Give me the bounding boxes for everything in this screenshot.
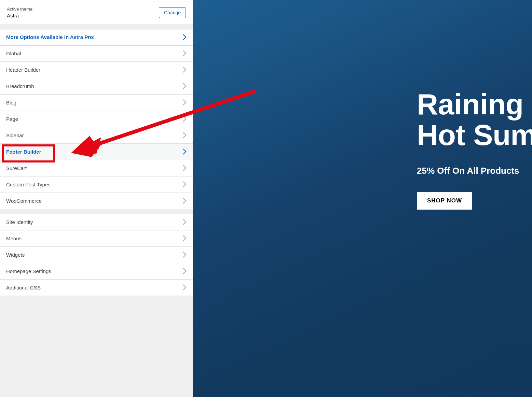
menu-item-blog[interactable]: Blog xyxy=(0,95,193,111)
chevron-right-icon xyxy=(182,50,187,57)
chevron-right-icon xyxy=(182,165,187,171)
change-theme-button[interactable]: Change xyxy=(159,7,186,18)
active-theme-name: Astra xyxy=(7,12,32,19)
menu-item-label: Header Builder xyxy=(6,67,40,73)
menu-item-surecart[interactable]: SureCart xyxy=(0,160,193,176)
menu-group-theme-options: GlobalHeader BuilderBreadcrumbBlogPageSi… xyxy=(0,45,193,209)
sidebar-bottom-blank xyxy=(0,296,193,397)
hero-heading-line1: Raining Offers For xyxy=(417,88,532,120)
customizer-sidebar: Active theme Astra Change More Options A… xyxy=(0,0,193,397)
menu-item-additional-css[interactable]: Additional CSS xyxy=(0,280,193,296)
chevron-right-icon xyxy=(182,181,187,188)
menu-item-astra-pro[interactable]: More Options Available in Astra Pro! xyxy=(0,29,193,45)
section-gap xyxy=(0,24,193,29)
menu-item-label: Site Identity xyxy=(6,219,33,225)
hero-heading: Raining Offers For Hot Summer! xyxy=(417,89,532,151)
chevron-right-icon xyxy=(182,34,187,41)
chevron-right-icon xyxy=(182,251,187,258)
menu-item-footer-builder[interactable]: Footer Builder xyxy=(0,144,193,160)
menu-item-sidebar[interactable]: Sidebar xyxy=(0,127,193,144)
chevron-right-icon xyxy=(182,66,187,73)
hero-heading-line2: Hot Summer! xyxy=(417,118,532,151)
chevron-right-icon xyxy=(182,284,187,291)
menu-item-homepage-settings[interactable]: Homepage Settings xyxy=(0,263,193,280)
chevron-right-icon xyxy=(182,197,187,204)
menu-item-label: Footer Builder xyxy=(6,149,41,155)
site-preview-pane: Raining Offers For Hot Summer! 25% Off O… xyxy=(193,0,532,397)
chevron-right-icon xyxy=(182,235,187,242)
menu-item-label: Sidebar xyxy=(6,132,24,138)
menu-item-label: SureCart xyxy=(6,165,27,171)
menu-item-label: Custom Post Types xyxy=(6,182,51,187)
menu-item-widgets[interactable]: Widgets xyxy=(0,247,193,263)
menu-item-label: Widgets xyxy=(6,252,25,258)
menu-item-label: Homepage Settings xyxy=(6,268,51,274)
hero-area: Raining Offers For Hot Summer! 25% Off O… xyxy=(417,89,532,210)
menu-item-label: More Options Available in Astra Pro! xyxy=(6,34,95,40)
menu-item-page[interactable]: Page xyxy=(0,111,193,127)
menu-item-label: Menus xyxy=(6,236,22,241)
hero-subheading: 25% Off On All Products xyxy=(417,166,532,176)
menu-item-breadcrumb[interactable]: Breadcrumb xyxy=(0,78,193,95)
menu-item-label: Blog xyxy=(6,100,16,105)
menu-group-wp-core: Site IdentityMenusWidgetsHomepage Settin… xyxy=(0,214,193,296)
shop-now-button[interactable]: SHOP NOW xyxy=(417,192,472,210)
menu-item-label: Breadcrumb xyxy=(6,83,34,89)
menu-item-label: Global xyxy=(6,51,21,56)
menu-item-custom-post-types[interactable]: Custom Post Types xyxy=(0,176,193,193)
active-theme-label: Active theme xyxy=(7,6,32,12)
chevron-right-icon xyxy=(182,99,187,106)
menu-item-site-identity[interactable]: Site Identity xyxy=(0,214,193,230)
chevron-right-icon xyxy=(182,268,187,274)
menu-item-woocommerce[interactable]: WooCommerce xyxy=(0,193,193,209)
menu-item-menus[interactable]: Menus xyxy=(0,230,193,247)
menu-item-label: Page xyxy=(6,116,18,122)
section-gap xyxy=(0,209,193,214)
chevron-right-icon xyxy=(182,115,187,122)
menu-item-label: WooCommerce xyxy=(6,198,42,204)
chevron-right-icon xyxy=(182,148,187,155)
menu-item-label: Additional CSS xyxy=(6,285,41,290)
chevron-right-icon xyxy=(182,218,187,225)
menu-item-header-builder[interactable]: Header Builder xyxy=(0,62,193,78)
menu-group-promo: More Options Available in Astra Pro! xyxy=(0,29,193,45)
chevron-right-icon xyxy=(182,132,187,139)
menu-item-global[interactable]: Global xyxy=(0,45,193,62)
active-theme-header: Active theme Astra Change xyxy=(0,1,193,24)
chevron-right-icon xyxy=(182,83,187,89)
